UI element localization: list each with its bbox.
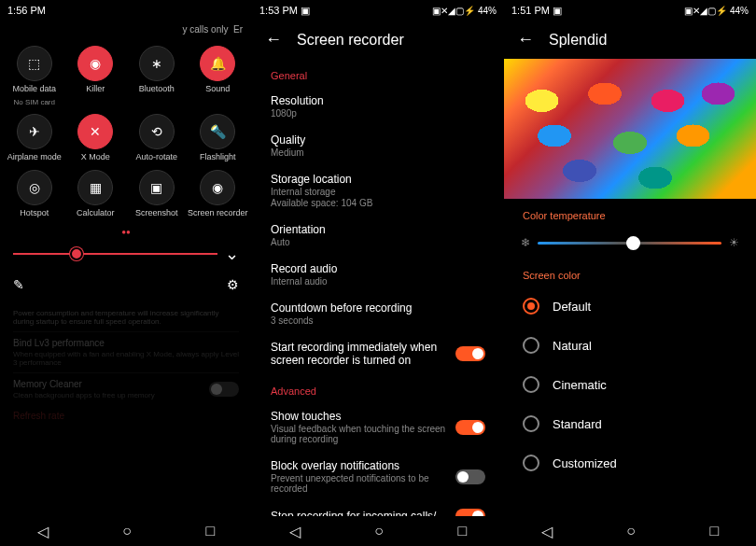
qs-label: Auto-rotate	[135, 153, 177, 162]
clock: 1:53 PM ▣	[259, 5, 310, 17]
immediate-toggle[interactable]	[455, 346, 485, 361]
qs-tile-flashlight[interactable]: 🔦 Flashlight	[188, 114, 249, 162]
brightness-slider[interactable]	[13, 253, 217, 255]
qs-tile-hotspot[interactable]: ◎ Hotspot	[4, 170, 65, 218]
brightness-slider-row: ⌄	[0, 238, 252, 270]
recents-button[interactable]: □	[206, 523, 216, 539]
qs-tile-x-mode[interactable]: ✕ X Mode	[65, 114, 127, 162]
color-temp-label: Color temperature	[504, 199, 756, 227]
memory-toggle[interactable]	[209, 382, 239, 397]
statusbar: 1:56 PM	[0, 0, 252, 21]
bluetooth-icon[interactable]: ∗	[139, 46, 175, 81]
block-toggle[interactable]	[455, 469, 485, 484]
setting-countdown[interactable]: Countdown before recording 3 seconds	[252, 294, 504, 333]
setting-storage[interactable]: Storage location Internal storage Availa…	[252, 165, 504, 216]
setting-orientation[interactable]: Orientation Auto	[252, 216, 504, 255]
flashlight-icon[interactable]: 🔦	[200, 114, 235, 149]
page-title: Screen recorder	[297, 32, 404, 49]
color-option-standard[interactable]: Standard	[504, 404, 756, 443]
home-button[interactable]: ○	[122, 523, 132, 539]
calculator-icon[interactable]: ▦	[77, 170, 113, 205]
page-title: Splendid	[549, 32, 607, 49]
screen-color-label: Screen color	[504, 259, 756, 287]
bell-icon[interactable]: 🔔	[200, 46, 235, 81]
background-content: Power consumption and temperature will i…	[0, 300, 252, 436]
rotate-icon[interactable]: ⟲	[139, 114, 175, 149]
qs-tile-bluetooth[interactable]: ∗ Bluetooth	[126, 46, 188, 106]
qs-tile-bell[interactable]: 🔔 Sound	[188, 46, 249, 106]
statusbar: 1:51 PM ▣ ▣✕◢▢⚡44%	[504, 0, 756, 21]
back-arrow-icon[interactable]: ←	[265, 30, 282, 49]
qs-label: Bluetooth	[139, 85, 175, 94]
qs-label: Mobile data	[12, 85, 56, 94]
recents-button[interactable]: □	[458, 523, 468, 539]
edit-icon[interactable]: ✎	[13, 277, 24, 292]
radio-icon[interactable]	[523, 455, 539, 471]
qs-tile-calculator[interactable]: ▦ Calculator	[65, 170, 127, 218]
qs-label: Calculator	[77, 209, 115, 218]
navbar: ◁ ○ □	[504, 516, 756, 546]
section-advanced: Advanced	[252, 374, 504, 402]
qs-tile-rotate[interactable]: ⟲ Auto-rotate	[126, 114, 188, 162]
screen-recorder-panel: 1:53 PM ▣ ▣✕◢▢⚡44% ← Screen recorder Gen…	[252, 0, 504, 546]
temp-slider-row: ❄ ☀	[504, 227, 756, 259]
radio-icon[interactable]	[523, 376, 539, 393]
qs-tile-mobile-data[interactable]: ⬚ Mobile data No SIM card	[4, 46, 65, 106]
qs-tile-screenshot[interactable]: ▣ Screenshot	[126, 170, 188, 218]
record-icon[interactable]: ◉	[200, 170, 235, 205]
setting-touches[interactable]: Show touches Visual feedback when touchi…	[252, 402, 504, 452]
brightness-thumb[interactable]	[70, 247, 83, 260]
clock: 1:51 PM ▣	[511, 5, 562, 17]
hotspot-icon[interactable]: ◎	[17, 170, 52, 205]
warm-icon: ☀	[729, 236, 739, 249]
color-temp-slider[interactable]	[538, 242, 721, 245]
radio-icon[interactable]	[523, 298, 539, 315]
wifi-icon[interactable]: ◉	[77, 46, 113, 81]
statusbar: 1:53 PM ▣ ▣✕◢▢⚡44%	[252, 0, 504, 21]
mobile-data-icon[interactable]: ⬚	[17, 46, 52, 81]
qs-tile-airplane[interactable]: ✈ Airplane mode	[4, 114, 65, 162]
setting-quality[interactable]: Quality Medium	[252, 126, 504, 165]
settings-gear-icon[interactable]: ⚙	[227, 277, 239, 292]
back-button[interactable]: ◁	[37, 523, 49, 540]
radio-icon[interactable]	[523, 337, 539, 354]
x-mode-icon[interactable]: ✕	[77, 114, 113, 149]
quick-settings-panel: 1:56 PM y calls only Er ⬚ Mobile data No…	[0, 0, 252, 546]
navbar: ◁ ○ □	[0, 516, 252, 546]
color-option-cinematic[interactable]: Cinematic	[504, 365, 756, 404]
color-option-default[interactable]: Default	[504, 287, 756, 326]
setting-resolution[interactable]: Resolution 1080p	[252, 87, 504, 126]
temp-thumb[interactable]	[626, 236, 640, 250]
qs-label: Screen recorder	[188, 209, 248, 218]
splendid-panel: 1:51 PM ▣ ▣✕◢▢⚡44% ← Splendid Color temp…	[504, 0, 756, 546]
color-option-customized[interactable]: Customized	[504, 443, 756, 483]
cool-icon: ❄	[521, 236, 530, 249]
qs-tile-record[interactable]: ◉ Screen recorder	[188, 170, 249, 218]
radio-icon[interactable]	[523, 415, 539, 432]
setting-block[interactable]: Block overlay notifications Prevent unex…	[252, 452, 504, 501]
qs-label: Sound	[205, 85, 230, 94]
recents-button[interactable]: □	[710, 523, 720, 539]
expand-chevron-icon[interactable]: ⌄	[225, 244, 239, 264]
home-button[interactable]: ○	[374, 523, 384, 539]
settings-header: ← Splendid	[504, 21, 756, 59]
color-preview-image	[504, 59, 756, 199]
radio-label: Customized	[553, 456, 617, 470]
setting-immediate[interactable]: Start recording immediately when screen …	[252, 333, 504, 374]
back-arrow-icon[interactable]: ←	[517, 30, 534, 49]
radio-label: Standard	[553, 417, 602, 431]
back-button[interactable]: ◁	[541, 523, 553, 540]
qs-label: X Mode	[81, 153, 110, 162]
back-button[interactable]: ◁	[289, 523, 301, 540]
touches-toggle[interactable]	[455, 420, 485, 435]
qs-tile-wifi[interactable]: ◉ Killer	[65, 46, 127, 106]
airplane-icon[interactable]: ✈	[17, 114, 52, 149]
color-option-natural[interactable]: Natural	[504, 326, 756, 365]
home-button[interactable]: ○	[626, 523, 636, 539]
setting-audio[interactable]: Record audio Internal audio	[252, 255, 504, 294]
page-indicator: ●●	[0, 226, 252, 238]
screenshot-icon[interactable]: ▣	[139, 170, 175, 205]
qs-carrier-text: y calls only Er	[0, 21, 252, 38]
radio-label: Default	[553, 300, 591, 314]
radio-label: Cinematic	[553, 378, 607, 392]
